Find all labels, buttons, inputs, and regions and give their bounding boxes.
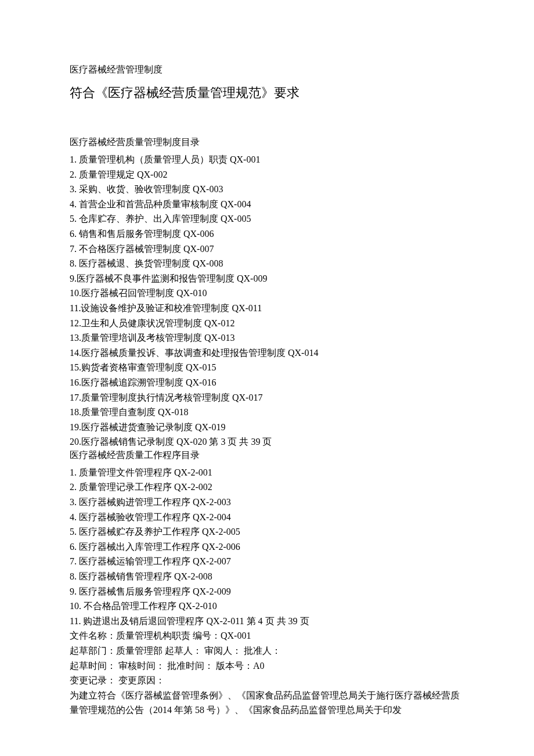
body-paragraph: 为建立符合《医疗器械监督管理条例》、《国家食品药品监督管理总局关于施行医疗器械经… [70,688,464,718]
toc1-item: 9.医疗器械不良事件监测和报告管理制度 QX-009 [70,271,464,286]
doc-title-small: 医疗器械经营管理制度 [70,64,464,76]
toc1-item: 16.医疗器械追踪溯管理制度 QX-016 [70,375,464,390]
toc1-item: 11.设施设备维护及验证和校准管理制度 QX-011 [70,301,464,316]
toc1-item: 17.质量管理制度执行情况考核管理制度 QX-017 [70,390,464,405]
toc2-item: 8. 医疗器械销售管理程序 QX-2-008 [70,569,464,584]
toc1-item: 15.购货者资格审查管理制度 QX-015 [70,360,464,375]
toc1-item: 20.医疗器械销售记录制度 QX-020 第 3 页 共 39 页 [70,434,464,449]
toc2-item: 11. 购进退出及销后退回管理程序 QX-2-011 第 4 页 共 39 页 [70,614,464,629]
toc1-item: 10.医疗器械召回管理制度 QX-010 [70,286,464,301]
toc1-item: 4. 首营企业和首营品种质量审核制度 QX-004 [70,197,464,212]
document-page: 医疗器械经营管理制度 符合《医疗器械经营质量管理规范》要求 医疗器械经营质量管理… [0,0,534,753]
toc2-item: 2. 质量管理记录工作程序 QX-2-002 [70,480,464,495]
toc2-heading: 医疗器械经营质量工作程序目录 [70,449,464,462]
toc1-item: 8. 医疗器械退、换货管理制度 QX-008 [70,256,464,271]
toc1-heading: 医疗器械经营质量管理制度目录 [70,136,464,149]
form-line-filename: 文件名称：质量管理机构职责 编号：QX-001 [70,628,464,643]
toc1-item: 13.质量管理培训及考核管理制度 QX-013 [70,330,464,345]
toc1-item: 6. 销售和售后服务管理制度 QX-006 [70,226,464,242]
toc2-item: 5. 医疗器械贮存及养护工作程序 QX-2-005 [70,524,464,539]
toc1-item: 3. 采购、收货、验收管理制度 QX-003 [70,182,464,197]
toc2-item: 10. 不合格品管理工作程序 QX-2-010 [70,599,464,614]
toc2-item: 7. 医疗器械运输管理工作程序 QX-2-007 [70,554,464,569]
form-line-dates: 起草时间： 审核时间： 批准时间： 版本号：A0 [70,658,464,674]
toc1-item: 12.卫生和人员健康状况管理制度 QX-012 [70,316,464,331]
toc1-item: 2. 质量管理规定 QX-002 [70,167,464,182]
toc2-item: 1. 质量管理文件管理程序 QX-2-001 [70,465,464,480]
toc1-item: 19.医疗器械进货查验记录制度 QX-019 [70,420,464,435]
toc2-item: 6. 医疗器械出入库管理工作程序 QX-2-006 [70,539,464,555]
toc2-item: 4. 医疗器械验收管理工作程序 QX-2-004 [70,510,464,525]
toc2-item: 3. 医疗器械购进管理工作程序 QX-2-003 [70,495,464,510]
form-line-change: 变更记录： 变更原因： [70,673,464,688]
toc1-item: 1. 质量管理机构（质量管理人员）职责 QX-001 [70,152,464,167]
toc1-item: 7. 不合格医疗器械管理制度 QX-007 [70,242,464,257]
toc1-item: 5. 仓库贮存、养护、出入库管理制度 QX-005 [70,211,464,226]
toc1-item: 14.医疗器械质量投诉、事故调查和处理报告管理制度 QX-014 [70,345,464,361]
doc-title-large: 符合《医疗器械经营质量管理规范》要求 [70,84,464,102]
form-line-drafting: 起草部门：质量管理部 起草人： 审阅人： 批准人： [70,643,464,658]
toc1-item: 18.质量管理自查制度 QX-018 [70,405,464,420]
toc2-item: 9. 医疗器械售后服务管理程序 QX-2-009 [70,584,464,599]
